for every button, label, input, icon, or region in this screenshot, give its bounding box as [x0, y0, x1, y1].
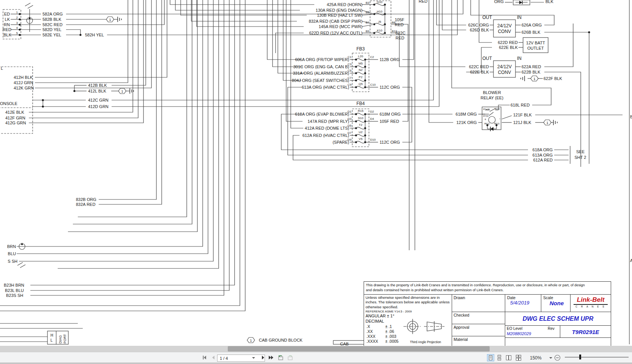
wire-label: 1	[546, 121, 548, 125]
wire-label: 626B BLK	[522, 30, 541, 35]
wire-label: 622B BLK	[522, 70, 541, 74]
wire-label: PORT	[63, 334, 67, 344]
wire-label: RELAY (EE)	[481, 96, 503, 100]
last-page-button[interactable]	[267, 354, 274, 361]
wire-label: ED	[4, 12, 10, 16]
wire-label: 412B BLK	[88, 83, 107, 88]
zoom-dropdown-caret[interactable]	[549, 357, 552, 359]
wire-label: L	[1, 66, 3, 71]
wire-label: SHT 2	[575, 155, 586, 160]
wire-label: 112C ORG	[380, 140, 400, 144]
wire-label: 626D BLK	[470, 28, 489, 32]
tolerance-row: .XX± .06	[366, 329, 373, 334]
wire-label: 832A RED (CAB DISP PWR)	[309, 19, 362, 24]
wire-label: IN	[517, 56, 522, 61]
zoom-slider-handle[interactable]	[579, 355, 581, 359]
wire-label: S10	[358, 116, 364, 120]
wire-label: CAB	[340, 342, 349, 346]
wire-label: BLK	[545, 0, 553, 4]
scrollbar-thumb[interactable]	[228, 346, 490, 351]
wire-label: B23L BLU	[5, 288, 24, 293]
wire-label: -	[499, 117, 500, 121]
wire-label: B7	[366, 21, 369, 24]
page-number-input[interactable]	[217, 355, 265, 362]
wire-label: 622D RED (12V ACC OUTL)	[309, 31, 362, 35]
wire-label: CONV	[498, 29, 511, 34]
wire-label: 24/12V	[497, 23, 512, 28]
layout-single-page-button[interactable]	[487, 354, 494, 361]
wire-label: 112C ORG	[380, 85, 400, 89]
wire-label: 425A RED (HORN)	[327, 2, 362, 7]
wire-label: 622C RED	[469, 64, 489, 69]
wire-label: (SPARE)	[333, 140, 349, 144]
wire-label: V5	[359, 137, 362, 141]
wire-label: OUT	[482, 56, 492, 61]
wire-label: RED	[419, 0, 427, 3]
first-page-button[interactable]	[202, 354, 208, 361]
wire-label: 121J BLK	[513, 120, 531, 125]
wire-label: 622E BLK	[499, 45, 518, 50]
wire-label: BLOWER	[483, 90, 501, 95]
pdf-viewer-toolbar: 150%	[0, 352, 632, 363]
next-page-button[interactable]	[260, 354, 266, 361]
wire-label: 412H BLK	[14, 75, 33, 80]
wire-label: 12V BATT	[526, 41, 545, 45]
wire-label: 612A RED (HVAC CTRL)	[303, 133, 349, 138]
wire-label: D10	[370, 138, 376, 141]
wire-label: 582A ORG	[43, 12, 63, 16]
wire-label: U2	[359, 130, 363, 134]
wire-label: 622C	[396, 31, 405, 35]
wire-label: 582E YEL	[43, 33, 61, 37]
wire-label: OUT	[482, 15, 492, 20]
wire-label: BLU	[8, 251, 16, 256]
rotate-clockwise-button[interactable]	[287, 354, 293, 361]
wire-label: FB4	[356, 101, 365, 106]
wire-label: 582B BLK	[43, 17, 61, 22]
wire-label: 606A ORG (FR/TOP WIPER)	[295, 57, 349, 62]
date-cell: Date 5/4/2019	[505, 295, 541, 312]
window-bottom-edge	[0, 362, 632, 364]
rev-label: Rev	[548, 326, 555, 331]
wire-label: 582D YEL	[43, 27, 61, 32]
layout-continuous-button[interactable]	[496, 354, 503, 361]
wire-label: 412K GRN	[14, 86, 34, 90]
wire-label: P2	[359, 75, 362, 79]
confidentiality-notice: This drawing is the property of Link-Bel…	[364, 282, 611, 295]
wire-label: 30(3)	[495, 108, 500, 110]
wire-label: 612A RED	[533, 158, 553, 162]
wire-label: 24/12V	[497, 64, 512, 69]
decimal-label: DECIMAL	[366, 319, 384, 323]
wire-label: 121F BLK	[513, 113, 532, 117]
wire-label: B23S SH	[6, 293, 23, 298]
rotate-counterclockwise-button[interactable]	[277, 354, 284, 361]
notice-line-1: This drawing is the property of Link-Bel…	[366, 283, 609, 288]
layout-two-page-continuous-button[interactable]	[515, 354, 522, 361]
projection-caption: Third Angle Projection	[400, 340, 451, 344]
page-dropdown-caret[interactable]	[252, 357, 255, 359]
wire-label: OUTLET	[527, 46, 544, 50]
zoom-level-display[interactable]: 150%	[530, 355, 542, 361]
wire-label: B	[630, 115, 632, 119]
wire-label: 412L BLK	[88, 89, 107, 93]
layout-two-page-button[interactable]	[505, 354, 512, 361]
wire-label: 412E BLK	[5, 110, 24, 115]
wire-label: 147A RED (MPR RLY)	[307, 119, 349, 124]
wire-label: 87(5)	[483, 115, 489, 117]
tolerance-row: .X± .1	[366, 324, 370, 329]
horizontal-scrollbar[interactable]	[0, 346, 632, 352]
tolerance-note: Unless otherwise specified dimensions ar…	[366, 295, 450, 309]
wire-label: 1	[250, 339, 252, 342]
previous-page-button[interactable]	[210, 354, 217, 361]
wire-label: 832B ORG	[76, 197, 96, 202]
wire-label: DIAG	[58, 335, 62, 344]
zoom-slider[interactable]	[565, 357, 629, 358]
wire-label: H10	[377, 10, 383, 13]
material-row: Material	[452, 336, 505, 346]
tolerance-row: .XXXX± .0005	[366, 339, 378, 344]
wire-label: 804J ORG (SEAT SWITCHES)	[292, 78, 349, 83]
zoom-out-button[interactable]	[554, 354, 561, 361]
reference-standard: REFERENCE ASME Y14.5 - 2009	[366, 310, 412, 313]
approval-row: Approval	[452, 324, 505, 336]
wire-label: N2	[359, 68, 363, 72]
wire-label: D2	[370, 110, 374, 113]
